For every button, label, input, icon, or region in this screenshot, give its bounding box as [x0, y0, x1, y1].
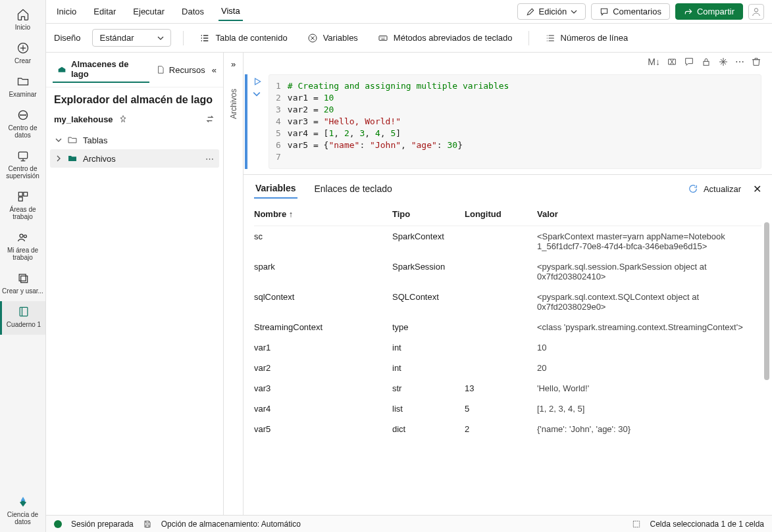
line-numbers-icon: [545, 33, 555, 43]
menu-vista[interactable]: Vista: [219, 2, 243, 21]
vertical-tab: » Archivos: [224, 53, 244, 515]
plus-circle-icon: [16, 41, 30, 55]
swap-icon[interactable]: [205, 114, 215, 124]
save-icon[interactable]: [143, 520, 152, 529]
delete-cell-icon[interactable]: [751, 57, 761, 69]
lock-icon[interactable]: [701, 57, 711, 69]
table-row[interactable]: sqlContextSQLContext<pyspark.sql.context…: [254, 287, 761, 317]
nav-centro-supervision[interactable]: Centro de supervisión: [0, 145, 45, 186]
toolbar: Diseño Estándar Tabla de contenido Varia…: [46, 24, 772, 53]
comment-cell-icon[interactable]: [684, 57, 694, 69]
tree-archivos[interactable]: Archivos ⋯: [50, 149, 219, 168]
menu-inicio[interactable]: Inicio: [54, 3, 79, 20]
run-options-icon[interactable]: [253, 90, 261, 98]
svg-rect-9: [20, 276, 27, 283]
svg-rect-4: [23, 192, 27, 196]
lakehouse-name: my_lakehouse: [54, 114, 113, 124]
table-header: Nombre ↑ Tipo Longitud Valor: [254, 203, 761, 226]
comentarios-button[interactable]: Comentarios: [591, 3, 670, 20]
panel-tab-variables[interactable]: Variables: [254, 179, 297, 199]
expand-tab-icon[interactable]: »: [231, 59, 236, 69]
code-cell[interactable]: 1234567 # Creating and assigning multipl…: [244, 73, 772, 174]
btn-label: Variables: [323, 33, 358, 43]
collapse-explorer-icon[interactable]: «: [212, 65, 217, 75]
table-row[interactable]: StreamingContexttype<class 'pyspark.stre…: [254, 317, 761, 337]
session-status[interactable]: Sesión preparada: [71, 520, 134, 529]
nav-crear-usar[interactable]: Crear y usar...: [0, 268, 45, 301]
lakehouse-row[interactable]: my_lakehouse: [46, 110, 223, 128]
numeros-linea-button[interactable]: Números de línea: [541, 30, 632, 46]
menubar: Inicio Editar Ejecutar Datos Vista Edici…: [46, 0, 772, 24]
pencil-icon: [526, 7, 535, 16]
file-icon: [156, 65, 165, 74]
table-row[interactable]: var5dict2{'name': 'John', 'age': 30}: [254, 419, 761, 439]
col-tipo[interactable]: Tipo: [392, 209, 465, 219]
table-row[interactable]: var2int20: [254, 358, 761, 378]
notebook-icon: [17, 305, 30, 318]
panel-tab-enlaces[interactable]: Enlaces de teclado: [313, 180, 394, 198]
table-row[interactable]: var4list5[1, 2, 3, 4, 5]: [254, 399, 761, 419]
freeze-icon[interactable]: [718, 57, 729, 69]
cell-more-icon[interactable]: ⋯: [735, 57, 744, 69]
home-icon: [16, 8, 30, 21]
tab-almacenes[interactable]: Almacenes de lago: [53, 57, 149, 83]
close-panel-icon[interactable]: ✕: [753, 183, 761, 195]
metodos-button[interactable]: Métodos abreviados de teclado: [374, 30, 517, 46]
data-science-icon: [16, 495, 30, 508]
btn-label: Edición: [539, 7, 567, 16]
menu-editar[interactable]: Editar: [91, 3, 118, 20]
markdown-toggle-icon[interactable]: M↓: [648, 57, 660, 69]
pin-icon[interactable]: [118, 114, 128, 124]
explorer-title: Explorador del almacén de lago: [46, 87, 223, 110]
actualizar-button[interactable]: Actualizar: [684, 181, 745, 197]
menu-datos[interactable]: Datos: [179, 3, 207, 20]
lakehouse-icon: [57, 64, 67, 74]
compartir-button[interactable]: Compartir: [675, 3, 743, 20]
variable-icon: [307, 33, 318, 43]
nav-mi-area[interactable]: Mi área de trabajo: [0, 227, 45, 268]
btn-label: Comentarios: [613, 7, 661, 16]
person-icon: [751, 7, 761, 17]
tabla-contenido-button[interactable]: Tabla de contenido: [195, 30, 291, 46]
menu-ejecutar[interactable]: Ejecutar: [130, 3, 167, 20]
nav-cuaderno[interactable]: Cuaderno 1: [0, 301, 45, 335]
chevron-down-icon: [55, 137, 62, 143]
nav-inicio[interactable]: Inicio: [0, 4, 45, 37]
workspaces-icon: [16, 190, 30, 203]
nav-centro-datos[interactable]: Centro de datos: [0, 105, 45, 145]
avatar-button[interactable]: [748, 4, 764, 20]
folder-icon: [67, 135, 78, 145]
table-row[interactable]: var3str13'Hello, World!': [254, 378, 761, 399]
tree-tablas[interactable]: Tablas: [50, 131, 219, 149]
nav-label: Mi área de trabajo: [1, 247, 44, 261]
estandar-dropdown[interactable]: Estándar: [92, 29, 171, 47]
sort-icon[interactable]: ↑: [289, 209, 294, 219]
svg-rect-3: [18, 192, 22, 196]
col-valor[interactable]: Valor: [537, 209, 761, 219]
nav-examinar[interactable]: Examinar: [0, 71, 45, 105]
col-nombre[interactable]: Nombre: [254, 209, 286, 219]
variables-button[interactable]: Variables: [303, 30, 362, 46]
svg-rect-5: [18, 197, 22, 201]
status-ready-icon: [54, 520, 62, 528]
archivos-vertical-label[interactable]: Archivos: [229, 89, 238, 119]
run-cell-icon[interactable]: [253, 77, 262, 86]
nav-crear[interactable]: Crear: [0, 37, 45, 71]
storage-status[interactable]: Opción de almacenamiento: Automático: [161, 520, 301, 529]
keyboard-icon: [378, 33, 388, 43]
btn-label: Números de línea: [561, 33, 629, 43]
tab-recursos[interactable]: Recursos: [152, 62, 209, 78]
tree-more-icon[interactable]: ⋯: [205, 154, 214, 164]
edicion-button[interactable]: Edición: [517, 3, 586, 20]
table-row[interactable]: sparkSparkSession<pyspark.sql.session.Sp…: [254, 256, 761, 287]
table-row[interactable]: var1int10: [254, 337, 761, 358]
clear-output-icon[interactable]: [667, 57, 677, 69]
table-row[interactable]: scSparkContext<SparkContext master=yarn …: [254, 226, 761, 256]
code-content[interactable]: # Creating and assigning multiple variab…: [288, 80, 509, 163]
nav-areas-trabajo[interactable]: Áreas de trabajo: [0, 186, 45, 227]
col-longitud[interactable]: Longitud: [465, 209, 537, 219]
scrollbar[interactable]: [764, 222, 769, 380]
svg-point-7: [24, 235, 26, 237]
nav-ciencia-datos[interactable]: Ciencia de datos: [0, 491, 45, 532]
variables-table[interactable]: Nombre ↑ Tipo Longitud Valor scSparkCont…: [244, 203, 772, 515]
